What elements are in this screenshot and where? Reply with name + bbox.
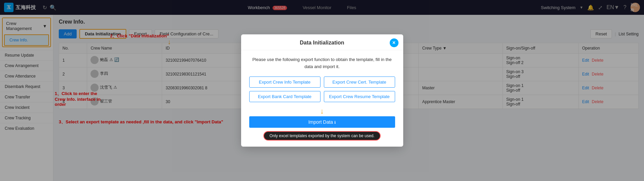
export-bank-card-btn[interactable]: Export Bank Card Template [249,91,320,102]
export-crew-cert-btn[interactable]: Export Crew Cert. Template [324,77,395,88]
data-initialization-modal: Data Initialization × Please use the fol… [241,34,403,147]
modal-warning-wrap: Only excel templates exported by the sys… [249,131,395,141]
modal-export-buttons: Export Crew Info Template Export Crew Ce… [249,77,395,102]
import-data-button[interactable]: Import Data ℹ [249,116,395,128]
export-crew-resume-btn[interactable]: Export Crew Resume Template [324,91,395,102]
modal-description: Please use the following export function… [249,56,395,70]
modal-close-button[interactable]: × [390,38,398,47]
arrow-import: ↓ [249,108,395,115]
modal-warning-text: Only excel templates exported by the sys… [263,131,381,141]
modal-body: Please use the following export function… [241,50,403,147]
export-crew-info-btn[interactable]: Export Crew Info Template [249,77,320,88]
modal-overlay: Data Initialization × Please use the fol… [0,0,644,181]
modal-title: Data Initialization × [241,34,403,50]
